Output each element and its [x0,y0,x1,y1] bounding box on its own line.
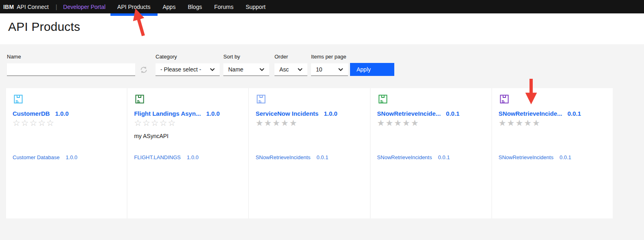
category-filter-field: Category - Please select - [156,54,223,76]
chevron-down-icon [210,68,215,71]
order-filter-label: Order [274,54,311,60]
api-plan-link[interactable]: FLIGHT.LANDINGS [134,154,181,160]
package-icon [499,93,606,106]
product-name-link[interactable]: Flight Landings Asyn... [134,110,201,117]
product-card[interactable]: Flight Landings Asyn... 1.0.0 ☆☆☆☆☆ my A… [128,88,248,218]
package-icon [134,93,242,106]
product-card[interactable]: ServiceNow Incidents 1.0.0 ★★★★★ SNowRet… [249,88,370,218]
chevron-down-icon [338,68,343,71]
category-select-value: - Please select - [160,66,201,73]
nav-item-blogs[interactable]: Blogs [182,0,208,13]
nav-separator: | [56,4,57,10]
product-card[interactable]: SNowRetrieveIncide... 0.0.1 ★★★★★ SNowRe… [371,88,491,218]
nav-item-support[interactable]: Support [240,0,272,13]
product-name-link[interactable]: CustomerDB [13,110,50,117]
items-per-page-value: 10 [316,66,322,73]
product-version-link[interactable]: 1.0.0 [324,110,337,117]
sortby-select[interactable]: Name [223,63,269,76]
star-rating[interactable]: ★★★★★ [499,118,606,128]
package-icon [377,93,485,106]
api-plan-link[interactable]: Customer Database [13,154,60,160]
product-description: my ASyncAPI [134,133,242,154]
product-name-link[interactable]: ServiceNow Incidents [255,110,318,117]
page-title: API Products [8,20,644,34]
ibm-api-connect-logo[interactable]: IBM API Connect [0,4,49,10]
api-plan-link[interactable]: SNowRetrieveIncidents [499,154,553,160]
product-card[interactable]: CustomerDB 1.0.0 ☆☆☆☆☆ Customer Database… [6,88,127,218]
api-plan-version-link[interactable]: 0.0.1 [317,154,328,160]
api-plan-version-link[interactable]: 1.0.0 [66,154,78,160]
nav-items: API ProductsAppsBlogsForumsSupport [111,0,272,13]
name-filter-input[interactable] [7,63,135,76]
product-name-link[interactable]: SNowRetrieveIncide... [377,110,441,117]
nav-item-apps[interactable]: Apps [157,0,182,13]
chevron-down-icon [259,68,264,71]
star-rating[interactable]: ☆☆☆☆☆ [13,118,120,128]
product-version-link[interactable]: 1.0.0 [55,110,69,117]
items-per-page-field: Items per page 10 [311,54,350,76]
items-per-page-select[interactable]: 10 [311,63,348,76]
chevron-down-icon [298,68,303,71]
product-version-link[interactable]: 0.0.1 [446,110,459,117]
product-description [377,133,485,154]
order-filter-field: Order Asc [274,54,311,76]
api-plan-link[interactable]: SNowRetrieveIncidents [255,154,310,160]
apply-button[interactable]: Apply [350,63,394,76]
nav-item-forums[interactable]: Forums [208,0,239,13]
product-description [13,133,120,154]
product-card-grid: CustomerDB 1.0.0 ☆☆☆☆☆ Customer Database… [6,88,613,218]
star-rating[interactable]: ★★★★★ [377,118,485,128]
top-nav-bar: IBM API Connect | Developer Portal API P… [0,0,644,13]
name-filter-label: Name [7,54,135,60]
order-select[interactable]: Asc [274,63,307,76]
page-header: API Products [0,13,644,44]
product-name-link[interactable]: SNowRetrieveIncide... [499,110,562,117]
filter-toolbar: Name Category - Please select - [0,44,644,76]
star-rating[interactable]: ☆☆☆☆☆ [134,118,242,128]
api-plan-link[interactable]: SNowRetrieveIncidents [377,154,432,160]
refresh-icon [139,65,148,74]
nav-item-api-products[interactable]: API Products [111,0,157,13]
api-plan-version-link[interactable]: 1.0.0 [187,154,199,160]
product-description [255,133,363,154]
sortby-filter-field: Sort by Name [223,54,274,76]
product-version-link[interactable]: 1.0.0 [206,110,220,117]
name-filter-field: Name [7,54,135,76]
package-icon [255,93,363,106]
product-card[interactable]: SNowRetrieveIncide... 0.0.1 ★★★★★ SNowRe… [492,88,613,218]
order-select-value: Asc [279,66,289,73]
sortby-filter-label: Sort by [223,54,274,60]
nav-item-developer-portal[interactable]: Developer Portal [63,4,106,10]
star-rating[interactable]: ★★★★★ [255,118,363,128]
refresh-control[interactable] [139,63,148,76]
sortby-select-value: Name [228,66,243,73]
package-icon [13,93,120,106]
brand-product-name: API Connect [17,4,49,10]
items-per-page-label: Items per page [311,54,350,60]
category-select[interactable]: - Please select - [156,63,220,76]
category-filter-label: Category [156,54,223,60]
ibm-logo-text: IBM [3,4,14,10]
api-plan-version-link[interactable]: 0.0.1 [438,154,450,160]
api-plan-version-link[interactable]: 0.0.1 [560,154,571,160]
product-version-link[interactable]: 0.0.1 [568,110,581,117]
product-description [499,133,606,154]
